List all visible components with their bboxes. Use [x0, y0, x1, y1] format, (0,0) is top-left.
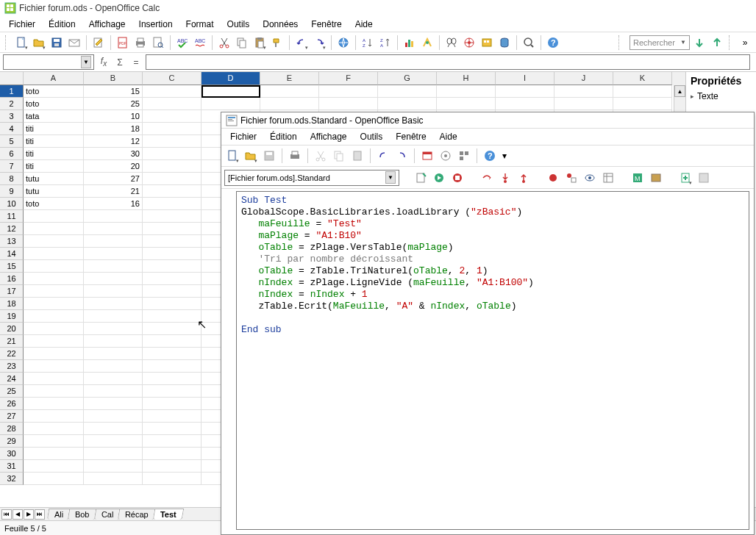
copy-button[interactable] — [234, 35, 250, 51]
modules-button[interactable] — [648, 170, 664, 186]
cell-G1[interactable] — [378, 85, 437, 98]
cell-E1[interactable] — [260, 85, 319, 98]
cell-C1[interactable] — [143, 85, 202, 98]
cell-A28[interactable] — [24, 423, 84, 435]
dropdown-icon[interactable]: ▼ — [81, 56, 91, 68]
cell-A20[interactable] — [24, 323, 84, 335]
cell-B14[interactable] — [84, 248, 143, 260]
cell-C3[interactable] — [143, 110, 202, 123]
cell-B19[interactable] — [84, 310, 143, 323]
find-button[interactable] — [443, 35, 460, 51]
cell-A17[interactable] — [24, 285, 84, 298]
row-header-7[interactable]: 7 — [0, 160, 24, 173]
cell-B28[interactable] — [84, 423, 143, 435]
sum-button[interactable]: Σ — [113, 57, 126, 68]
cell-A4[interactable]: titi — [24, 123, 84, 135]
cell-B24[interactable] — [84, 373, 143, 385]
column-header-B[interactable]: B — [84, 72, 143, 85]
menu-view[interactable]: Affichage — [83, 17, 132, 32]
menu-help[interactable]: Aide — [349, 17, 379, 32]
row-header-10[interactable]: 10 — [0, 198, 24, 210]
search-box[interactable]: Rechercher ▼ — [630, 35, 690, 50]
cell-C4[interactable] — [143, 123, 202, 135]
cell-C11[interactable] — [143, 210, 202, 223]
cell-B11[interactable] — [84, 210, 143, 223]
cell-B5[interactable]: 12 — [84, 135, 143, 148]
cell-F2[interactable] — [319, 98, 378, 110]
row-header-31[interactable]: 31 — [0, 460, 24, 473]
column-header-C[interactable]: C — [143, 72, 202, 85]
formula-input[interactable] — [146, 54, 750, 70]
watch-button[interactable] — [582, 170, 598, 186]
cell-K2[interactable] — [613, 98, 672, 110]
spellcheck-button[interactable]: ABC — [174, 35, 190, 51]
menu-edit[interactable]: Édition — [43, 17, 82, 32]
macro-button[interactable]: M — [630, 170, 646, 186]
open-button[interactable] — [31, 35, 47, 51]
compile-button[interactable] — [413, 170, 429, 186]
scroll-up-button[interactable]: ▲ — [674, 85, 685, 97]
cell-I2[interactable] — [496, 98, 554, 110]
cell-B16[interactable] — [84, 273, 143, 285]
step-out-button[interactable] — [516, 170, 532, 186]
ide-menu-tools[interactable]: Outils — [354, 129, 389, 144]
ide-menu-help[interactable]: Aide — [434, 129, 463, 144]
cell-C18[interactable] — [143, 298, 202, 310]
menu-window[interactable]: Fenêtre — [305, 17, 347, 32]
column-header-H[interactable]: H — [437, 72, 496, 85]
cell-C28[interactable] — [143, 423, 202, 435]
breakpoint-button[interactable] — [545, 170, 561, 186]
cell-C25[interactable] — [143, 385, 202, 398]
find-next-button[interactable] — [691, 35, 707, 51]
cell-A2[interactable]: toto — [24, 98, 84, 110]
breakpoint-mgr-button[interactable] — [563, 170, 580, 186]
cell-C15[interactable] — [143, 260, 202, 273]
cell-B23[interactable] — [84, 360, 143, 373]
cell-A8[interactable]: tutu — [24, 173, 84, 185]
format-paint-button[interactable] — [269, 35, 285, 51]
gallery-button[interactable] — [479, 35, 495, 51]
cell-C8[interactable] — [143, 173, 202, 185]
sheet-tab-récap[interactable]: Récap — [118, 509, 156, 520]
insert-source-button[interactable] — [677, 170, 693, 186]
menu-data[interactable]: Données — [257, 17, 304, 32]
row-header-17[interactable]: 17 — [0, 285, 24, 298]
cell-D2[interactable] — [202, 98, 260, 110]
cell-B25[interactable] — [84, 385, 143, 398]
cell-A30[interactable] — [24, 448, 84, 460]
cell-B13[interactable] — [84, 235, 143, 248]
cut-button[interactable] — [216, 35, 232, 51]
cell-C32[interactable] — [143, 473, 202, 485]
navigator-button[interactable] — [461, 35, 477, 51]
autospell-button[interactable]: ABC — [192, 35, 208, 51]
cell-A9[interactable]: tutu — [24, 185, 84, 198]
ide-redo-button[interactable] — [393, 148, 410, 164]
cell-A22[interactable] — [24, 348, 84, 360]
cell-C9[interactable] — [143, 185, 202, 198]
cell-A1[interactable]: toto — [24, 85, 84, 98]
row-header-30[interactable]: 30 — [0, 448, 24, 460]
cell-C20[interactable] — [143, 323, 202, 335]
step-into-button[interactable] — [497, 170, 513, 186]
menu-tools[interactable]: Outils — [221, 17, 256, 32]
cell-F1[interactable] — [319, 85, 378, 98]
tab-prev-button[interactable]: ◀ — [13, 509, 23, 520]
row-header-26[interactable]: 26 — [0, 398, 24, 410]
ide-modules-button[interactable] — [456, 148, 472, 164]
row-header-24[interactable]: 24 — [0, 373, 24, 385]
cell-B9[interactable]: 21 — [84, 185, 143, 198]
edit-button[interactable] — [90, 35, 107, 51]
cell-C14[interactable] — [143, 248, 202, 260]
row-header-14[interactable]: 14 — [0, 248, 24, 260]
select-all-corner[interactable] — [0, 72, 24, 85]
cell-B21[interactable] — [84, 335, 143, 348]
tab-last-button[interactable]: ⏭ — [35, 509, 45, 520]
ide-new-button[interactable] — [224, 148, 240, 164]
row-header-5[interactable]: 5 — [0, 135, 24, 148]
row-header-20[interactable]: 20 — [0, 323, 24, 335]
row-header-3[interactable]: 3 — [0, 110, 24, 123]
code-editor[interactable]: Sub TestGlobalScope.BasicLibraries.loadL… — [236, 191, 749, 530]
menu-file[interactable]: Fichier — [3, 17, 41, 32]
object-catalog-button[interactable] — [600, 170, 616, 186]
row-header-4[interactable]: 4 — [0, 123, 24, 135]
